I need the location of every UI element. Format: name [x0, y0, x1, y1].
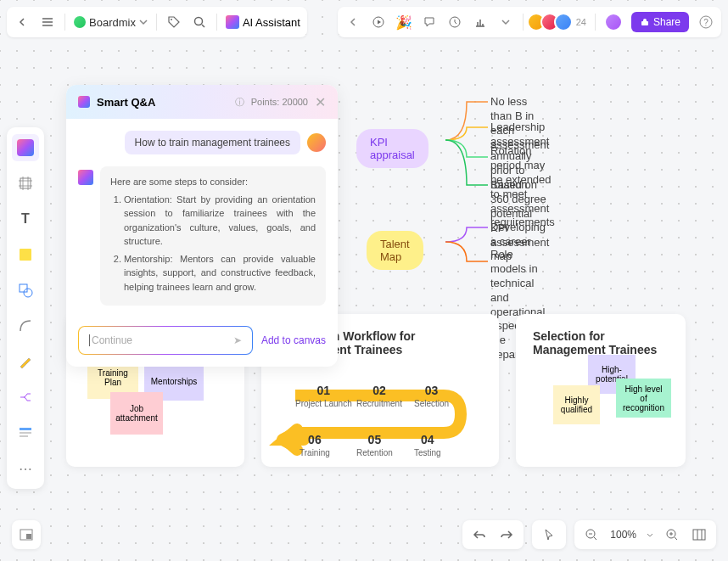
- ai-assistant-button[interactable]: AI Assistant: [226, 15, 300, 29]
- undo-button[interactable]: [471, 526, 488, 543]
- user-avatar: [307, 133, 326, 152]
- ai-message: Here are some steps to consider: Orienta…: [78, 166, 326, 306]
- cursor-group: [532, 520, 566, 549]
- send-icon[interactable]: ➤: [233, 334, 242, 346]
- qa-panel: Smart Q&A ⓘ Points: 20000 ✕ How to train…: [66, 85, 338, 367]
- ai-logo-icon: [226, 15, 239, 29]
- undo-redo-group: [462, 520, 524, 549]
- cloud-icon: [74, 16, 86, 28]
- sticky-note[interactable]: Highly qualified: [553, 385, 600, 424]
- ai-label: AI Assistant: [243, 16, 300, 29]
- workflow-step: 05Retention: [356, 433, 393, 457]
- celebrate-button[interactable]: 🎉: [395, 14, 412, 31]
- document-name[interactable]: Boardmix: [74, 16, 148, 29]
- toolbar-right: 🎉 24 Share ?: [338, 7, 721, 37]
- info-icon: ⓘ: [235, 96, 244, 109]
- back-button[interactable]: [14, 14, 31, 31]
- top-toolbar: Boardmix AI Assistant 🎉 24 Share: [7, 7, 721, 37]
- close-button[interactable]: ✕: [315, 94, 326, 110]
- divider: [156, 14, 157, 31]
- menu-button[interactable]: [39, 14, 56, 31]
- svg-text:?: ?: [703, 18, 708, 27]
- ai-step: Orientation: Start by providing an orien…: [124, 193, 316, 249]
- fit-view-button[interactable]: [691, 526, 708, 543]
- more-button[interactable]: [497, 14, 514, 31]
- sticky-tool[interactable]: [12, 241, 39, 268]
- bottom-toolbar: 100%: [12, 520, 716, 549]
- chart-button[interactable]: [472, 14, 489, 31]
- divider: [595, 14, 596, 31]
- chevron-down-icon: [647, 533, 653, 537]
- history-button[interactable]: [446, 14, 463, 31]
- svg-rect-13: [20, 435, 28, 437]
- pen-tool[interactable]: [12, 348, 39, 375]
- ai-avatar-icon: [78, 170, 93, 185]
- frame-tool[interactable]: [12, 170, 39, 197]
- workflow-step: 01Project Launch: [295, 384, 352, 408]
- ai-message-bubble: Here are some steps to consider: Orienta…: [100, 166, 326, 306]
- avatar-count: 24: [576, 17, 586, 27]
- bottom-right-controls: 100%: [462, 520, 716, 549]
- svg-rect-15: [26, 534, 31, 539]
- svg-rect-9: [20, 284, 27, 292]
- text-tool[interactable]: T: [12, 205, 39, 233]
- svg-text:T: T: [21, 211, 30, 226]
- collaborator-avatars[interactable]: 24: [532, 13, 586, 31]
- workflow-step: 03Selection: [414, 384, 449, 408]
- qa-points: Points: 20000: [251, 97, 308, 107]
- svg-rect-8: [20, 249, 31, 261]
- add-to-canvas-button[interactable]: Add to canvas: [261, 334, 326, 346]
- svg-point-1: [194, 18, 202, 25]
- share-button[interactable]: Share: [631, 12, 689, 32]
- more-tools[interactable]: ⋯: [12, 455, 39, 482]
- template-tool[interactable]: [12, 419, 39, 446]
- doc-name-text: Boardmix: [89, 16, 136, 29]
- continue-input[interactable]: Continue ➤: [78, 326, 253, 355]
- divider: [523, 14, 524, 31]
- user-message: How to train management trainees: [78, 131, 326, 154]
- prev-button[interactable]: [344, 14, 361, 31]
- workflow-step: 06Training: [300, 433, 330, 457]
- zoom-in-button[interactable]: [664, 526, 680, 543]
- help-button[interactable]: ?: [697, 14, 714, 31]
- sticky-note[interactable]: Job attachment: [110, 392, 163, 435]
- ai-logo-icon: [17, 139, 34, 156]
- zoom-out-button[interactable]: [583, 526, 600, 543]
- qa-panel-title: Smart Q&A: [97, 96, 228, 109]
- continue-placeholder: Continue: [89, 334, 132, 346]
- connector-tool[interactable]: [12, 312, 39, 339]
- zoom-level[interactable]: 100%: [610, 529, 636, 541]
- avatar: [554, 13, 573, 31]
- mindmap-tool[interactable]: [12, 384, 39, 411]
- shape-tool[interactable]: [12, 277, 39, 304]
- share-icon: [640, 17, 650, 27]
- sticky-note[interactable]: High level of recognition: [616, 379, 671, 418]
- redo-button[interactable]: [498, 526, 515, 543]
- search-button[interactable]: [191, 14, 208, 31]
- current-user-avatar[interactable]: [604, 13, 623, 31]
- mindmap-node-kpi[interactable]: KPI appraisal: [356, 129, 428, 168]
- card-title: Selection for Management Trainees: [533, 329, 669, 356]
- tag-button[interactable]: [165, 14, 182, 31]
- qa-panel-header: Smart Q&A ⓘ Points: 20000 ✕: [66, 85, 338, 119]
- qa-panel-footer: Continue ➤ Add to canvas: [66, 317, 338, 367]
- ai-logo-icon: [78, 96, 90, 108]
- minimap-button[interactable]: [12, 520, 41, 549]
- qa-panel-body: How to train management trainees Here ar…: [66, 119, 338, 317]
- workflow-step: 04Testing: [414, 433, 441, 457]
- svg-rect-12: [20, 432, 31, 434]
- comment-button[interactable]: [421, 14, 438, 31]
- user-message-text: How to train management trainees: [125, 131, 300, 154]
- svg-point-10: [24, 289, 32, 297]
- toolbar-left: Boardmix AI Assistant: [7, 7, 307, 37]
- card-selection[interactable]: Selection for Management Trainees High-p…: [516, 314, 686, 467]
- ai-tool[interactable]: [12, 134, 39, 161]
- cursor-tool[interactable]: [540, 526, 557, 543]
- workflow-diagram: 01Project Launch 02Recruitment 03Selecti…: [278, 372, 473, 465]
- share-label: Share: [653, 16, 680, 28]
- divider: [216, 14, 217, 31]
- svg-rect-18: [693, 530, 705, 540]
- svg-rect-11: [20, 428, 31, 430]
- play-button[interactable]: [370, 14, 387, 31]
- mindmap-node-talent[interactable]: Talent Map: [367, 231, 423, 270]
